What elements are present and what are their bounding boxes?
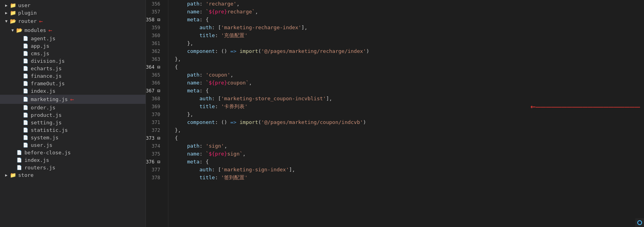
file-icon-order: 📄 bbox=[22, 105, 29, 110]
sidebar-item-router[interactable]: ▼ 📂 router ← bbox=[0, 17, 146, 26]
red-arrow-modules: ← bbox=[49, 26, 52, 34]
file-icon-marketing: 📄 bbox=[22, 97, 29, 102]
sidebar-item-frameout[interactable]: 📄 frameOut.js bbox=[0, 80, 146, 87]
sidebar-label-routers: routers.js bbox=[24, 165, 55, 171]
line-375: 375 bbox=[146, 150, 163, 158]
sidebar-label-frameout: frameOut.js bbox=[31, 81, 65, 86]
sidebar-item-product[interactable]: 📄 product.js bbox=[0, 111, 146, 119]
sidebar-label-setting: setting.js bbox=[31, 120, 62, 126]
folder-arrow-user: ▶ bbox=[3, 3, 9, 8]
sidebar-item-statistic[interactable]: 📄 statistic.js bbox=[0, 126, 146, 134]
line-360: 360 bbox=[146, 32, 163, 39]
code-line-376: meta: { bbox=[175, 158, 644, 166]
line-372: 372 bbox=[146, 126, 163, 134]
sidebar-item-user-js[interactable]: 📄 user.js bbox=[0, 141, 146, 149]
sidebar-label-statistic: statistic.js bbox=[31, 127, 68, 133]
file-icon-setting: 📄 bbox=[22, 120, 29, 125]
code-line-368: auth: ['marketing-store_coupon-incvblist… bbox=[175, 95, 644, 103]
line-356: 356 bbox=[146, 0, 163, 8]
line-359: 359 bbox=[146, 24, 163, 32]
folder-arrow-store: ▶ bbox=[3, 173, 9, 177]
sidebar-item-order[interactable]: 📄 order.js bbox=[0, 104, 146, 111]
bottom-status-indicator bbox=[635, 218, 644, 227]
sidebar-item-plugin[interactable]: ▶ 📁 plugin bbox=[0, 9, 146, 17]
file-icon-before-close: 📄 bbox=[16, 150, 23, 155]
sidebar-item-app[interactable]: 📄 app.js bbox=[0, 42, 146, 50]
code-line-367: meta: { bbox=[175, 87, 644, 95]
sidebar-item-marketing[interactable]: 📄 marketing.js ← bbox=[0, 95, 146, 104]
sidebar-item-index[interactable]: 📄 index.js bbox=[0, 87, 146, 95]
code-line-358: meta: { bbox=[175, 16, 644, 24]
file-icon-finance: 📄 bbox=[22, 73, 29, 79]
sidebar-label-store: store bbox=[18, 172, 34, 178]
sidebar-item-before-close[interactable]: 📄 before-close.js bbox=[0, 149, 146, 156]
file-icon-index2: 📄 bbox=[16, 158, 23, 163]
red-arrow-marketing: ← bbox=[70, 96, 74, 103]
code-line-370: }, bbox=[175, 111, 644, 118]
sidebar-label-router: router bbox=[18, 18, 37, 24]
line-362: 362 bbox=[146, 47, 163, 55]
status-circle-icon bbox=[637, 220, 642, 225]
sidebar-item-system[interactable]: 📄 system.js bbox=[0, 134, 146, 141]
file-icon-division: 📄 bbox=[22, 58, 29, 64]
sidebar-item-modules[interactable]: ▼ 📂 modules ← bbox=[0, 26, 146, 35]
file-icon-system: 📄 bbox=[22, 135, 29, 140]
code-line-373: { bbox=[175, 134, 644, 142]
code-line-375: name: `${pre}sign`, bbox=[175, 150, 644, 158]
file-icon-index: 📄 bbox=[22, 88, 29, 94]
sidebar-item-setting[interactable]: 📄 setting.js bbox=[0, 119, 146, 126]
code-line-378: title: '签到配置' bbox=[175, 174, 644, 182]
file-icon-product: 📄 bbox=[22, 113, 29, 118]
line-368: 368 bbox=[146, 95, 163, 103]
line-358: 358 ⊟ bbox=[146, 16, 163, 24]
code-line-371: component: () => import('@/pages/marketi… bbox=[175, 118, 644, 126]
sidebar-item-agent[interactable]: 📄 agent.js bbox=[0, 35, 146, 42]
sidebar-item-routers[interactable]: 📄 routers.js bbox=[0, 164, 146, 171]
line-361: 361 bbox=[146, 39, 163, 47]
folder-icon-router: 📂 bbox=[9, 18, 17, 24]
sidebar-item-finance[interactable]: 📄 finance.js bbox=[0, 72, 146, 80]
line-376: 376 ⊟ bbox=[146, 158, 163, 166]
code-line-364: { bbox=[175, 63, 644, 71]
folder-icon-store: 📁 bbox=[9, 172, 17, 178]
sidebar-label-marketing: marketing.js bbox=[31, 96, 68, 102]
line-357: 357 bbox=[146, 8, 163, 16]
line-378: 378 bbox=[146, 174, 163, 182]
line-377: 377 bbox=[146, 166, 163, 174]
sidebar-item-division[interactable]: 📄 division.js bbox=[0, 57, 146, 65]
red-arrow-router: ← bbox=[39, 17, 43, 25]
code-line-360: title: '充值配置' bbox=[175, 32, 644, 39]
sidebar-label-plugin: plugin bbox=[18, 10, 37, 16]
sidebar-label-cms: cms.js bbox=[31, 51, 49, 56]
code-line-365: path: 'coupon', bbox=[175, 71, 644, 79]
line-365: 365 bbox=[146, 71, 163, 79]
sidebar-item-index2[interactable]: 📄 index.js bbox=[0, 156, 146, 164]
sidebar-item-user[interactable]: ▶ 📁 user bbox=[0, 2, 146, 9]
sidebar-item-echarts[interactable]: 📄 echarts.js bbox=[0, 65, 146, 72]
sidebar-item-cms[interactable]: 📄 cms.js bbox=[0, 50, 146, 57]
sidebar-label-user-js: user.js bbox=[31, 142, 52, 148]
code-line-361: }, bbox=[175, 39, 644, 47]
code-lines: path: 'recharge', name: `${pre}recharge`… bbox=[168, 0, 644, 227]
sidebar-label-index: index.js bbox=[31, 88, 56, 94]
folder-icon-modules: 📂 bbox=[16, 27, 23, 33]
sidebar-label-app: app.js bbox=[31, 43, 49, 49]
file-icon-user-js: 📄 bbox=[22, 143, 29, 148]
sidebar-label-finance: finance.js bbox=[31, 73, 62, 79]
sidebar-label-modules: modules bbox=[24, 27, 46, 33]
sidebar-label-agent: agent.js bbox=[31, 36, 56, 41]
file-icon-app: 📄 bbox=[22, 43, 29, 49]
file-icon-frameout: 📄 bbox=[22, 81, 29, 86]
line-371: 371 bbox=[146, 118, 163, 126]
folder-icon-user: 📁 bbox=[9, 2, 17, 8]
sidebar-label-system: system.js bbox=[31, 135, 58, 141]
line-numbers: 356 357 358 ⊟ 359 360 361 362 363 364 ⊟ … bbox=[146, 0, 168, 227]
code-line-377: auth: ['marketing-sign-index'], bbox=[175, 166, 644, 174]
code-line-366: name: `${pre}coupon`, bbox=[175, 79, 644, 87]
code-line-374: path: 'sign', bbox=[175, 142, 644, 150]
line-374: 374 bbox=[146, 142, 163, 150]
sidebar-item-store[interactable]: ▶ 📁 store bbox=[0, 171, 146, 179]
file-icon-cms: 📄 bbox=[22, 51, 29, 56]
file-icon-routers: 📄 bbox=[16, 165, 23, 170]
file-icon-echarts: 📄 bbox=[22, 66, 29, 71]
